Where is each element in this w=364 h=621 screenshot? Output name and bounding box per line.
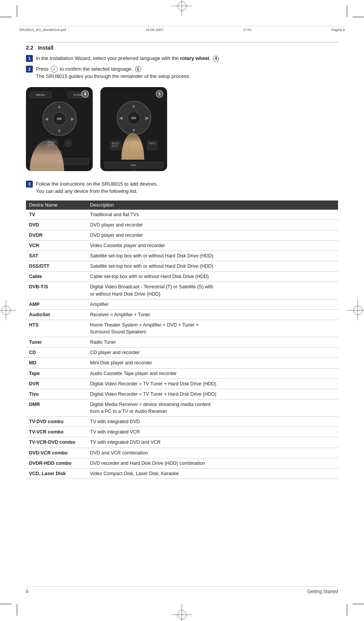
- table-row: TivoDigital Video Recorder = TV Tuner + …: [26, 389, 338, 399]
- device-description-cell: TV with integrated VCR: [87, 427, 338, 437]
- step-3: 3 Follow the instructions on the SRU8015…: [26, 180, 338, 195]
- table-row: DVD-VCR comboDVD and VCR combination: [26, 448, 338, 458]
- device-description-cell: Digital Video Recorder = TV Tuner + Hard…: [87, 378, 338, 389]
- info-button: INFO: [147, 141, 158, 150]
- crop-mark-br-v: [347, 604, 347, 616]
- header-pagina: Pagina 6: [331, 28, 345, 32]
- step-badge-3: 3: [26, 181, 33, 188]
- device-name-cell: DVD: [26, 220, 87, 230]
- device-description-cell: TV with integrated DVD and VCR: [87, 437, 338, 448]
- device-description-cell: Radio Tuner: [87, 337, 338, 348]
- device-name-cell: HTS: [26, 320, 87, 337]
- device-name-cell: DVDR-HDD combo: [26, 458, 87, 468]
- step-badge-2: 2: [26, 66, 33, 73]
- footer-page-number: 6: [26, 589, 29, 594]
- col-description: Description: [87, 201, 338, 210]
- table-row: DVDRDVD player and recorder: [26, 230, 338, 240]
- device-description-cell: DVD player and recorder: [87, 230, 338, 240]
- table-row: VCD, Laser DiskVideo Compact Disk, Laser…: [26, 468, 338, 479]
- step-2-text: Press ✓ to confirm the selected language…: [36, 65, 338, 80]
- minus-button: −: [131, 170, 136, 171]
- device-description-cell: Mini Disk player and recorder: [87, 358, 338, 368]
- device-description-cell: Amplifier: [87, 299, 338, 309]
- device-name-cell: DVDR: [26, 230, 87, 240]
- remote-image-2: OK ▲ ▼ ◀ ▶ BACKEXIT ✓ INFO: [100, 87, 167, 171]
- crop-mark-br-h: [353, 604, 364, 604]
- back-exit-button-2: BACKEXIT: [110, 141, 121, 150]
- device-name-cell: Cable: [26, 272, 87, 282]
- device-name-cell: MD: [26, 358, 87, 368]
- menu-button: MENU: [30, 92, 52, 98]
- col-device-name: Device Name: [26, 201, 87, 210]
- ref-5: 5: [135, 66, 141, 72]
- device-name-cell: CD: [26, 348, 87, 358]
- footer-section-label: Getting Started: [307, 589, 338, 594]
- table-row: DSS/DTTSatellite set-top box with or wit…: [26, 261, 338, 272]
- image-ref-4: 4: [81, 90, 89, 98]
- table-row: AudioSetReceiver = Amplifier + Tuner: [26, 309, 338, 320]
- table-header: Device Name Description: [26, 201, 338, 210]
- step-1: 1 In the Installation Wizard, select you…: [26, 55, 338, 62]
- device-description-cell: Satellite set-top box with or without Ha…: [87, 261, 338, 272]
- table-row: TV-VCR-DVD comboTV with integrated DVD a…: [26, 437, 338, 448]
- device-name-cell: TV: [26, 210, 87, 220]
- dpad-1: OK ▲ ▼ ◀ ▶: [42, 102, 77, 136]
- device-description-cell: Satellite set-top box with or without Ha…: [87, 251, 338, 261]
- device-name-cell: Tuner: [26, 337, 87, 348]
- crop-mark-tr-h: [353, 17, 364, 17]
- crop-mark-tl-h: [0, 17, 11, 17]
- table-row: DVDDVD player and recorder: [26, 220, 338, 230]
- check-button-icon: ✓: [51, 66, 58, 73]
- device-description-cell: Traditional and flat TVs: [87, 210, 338, 220]
- device-description-cell: CD player and recorder: [87, 348, 338, 358]
- device-name-cell: TV-DVD combo: [26, 417, 87, 427]
- device-description-cell: Receiver = Amplifier + Tuner: [87, 309, 338, 320]
- device-name-cell: Tape: [26, 368, 87, 378]
- crop-mark-tr-v: [347, 5, 347, 17]
- device-description-cell: DVD and VCR combination: [87, 448, 338, 458]
- dpad-2: OK ▲ ▼ ◀ ▶: [117, 101, 151, 135]
- page-footer: 6 Getting Started: [26, 586, 338, 594]
- table-row: TapeAudio Cassette Tape player and recor…: [26, 368, 338, 378]
- device-name-cell: DMR: [26, 399, 87, 416]
- header-date: 16-05-2007: [146, 28, 163, 32]
- images-row: MENU GUIDE OK ▲ ▼ ◀ ▶ BACKEXIT ✓: [26, 87, 338, 171]
- step-1-text: In the Installation Wizard, select your …: [36, 55, 338, 62]
- device-name-cell: VCD, Laser Disk: [26, 468, 87, 479]
- reg-mark-left: [2, 306, 11, 315]
- step-2: 2 Press ✓ to confirm the selected langua…: [26, 65, 338, 80]
- check-small-button: ✓: [64, 139, 72, 147]
- device-name-cell: AMP: [26, 299, 87, 309]
- device-description-cell: Digital Media Receiver = device streamin…: [87, 399, 338, 416]
- step-badge-1: 1: [26, 55, 33, 62]
- device-description-cell: DVD recorder and Hard Disk Drive (HDD) c…: [87, 458, 338, 468]
- device-description-cell: Video Cassette player and recorder: [87, 240, 338, 251]
- vol-button-2: VOL: [104, 162, 163, 168]
- section-number: 2.2: [26, 45, 33, 51]
- crop-mark-bl-h: [0, 604, 11, 604]
- device-name-cell: DVB-T/S: [26, 282, 87, 299]
- device-description-cell: Digital Video Broadcast - Terrestrial (T…: [87, 282, 338, 299]
- device-description-cell: DVD player and recorder: [87, 220, 338, 230]
- device-name-cell: SAT: [26, 251, 87, 261]
- table-row: TVTraditional and flat TVs: [26, 210, 338, 220]
- table-row: DVB-T/SDigital Video Broadcast - Terrest…: [26, 282, 338, 299]
- device-name-cell: DSS/DTT: [26, 261, 87, 272]
- table-row: CDCD player and recorder: [26, 348, 338, 358]
- table-row: DVRDigital Video Recorder = TV Tuner + H…: [26, 378, 338, 389]
- table-row: AMPAmplifier: [26, 299, 338, 309]
- device-name-cell: TV-VCR combo: [26, 427, 87, 437]
- table-row: TunerRadio Tuner: [26, 337, 338, 348]
- table-row: HTSHome Theater System = Amplifier + DVD…: [26, 320, 338, 337]
- ref-4: 4: [213, 56, 219, 62]
- table-row: TV-VCR comboTV with integrated VCR: [26, 427, 338, 437]
- device-table: Device Name Description TVTraditional an…: [26, 201, 338, 479]
- device-name-cell: TV-VCR-DVD combo: [26, 437, 87, 448]
- device-name-cell: AudioSet: [26, 309, 87, 320]
- crop-mark-bl-v: [17, 604, 17, 616]
- device-description-cell: Cable set-top box with or without Hard D…: [87, 272, 338, 282]
- table-row: MDMini Disk player and recorder: [26, 358, 338, 368]
- device-description-cell: Digital Video Recorder = TV Tuner + Hard…: [87, 389, 338, 399]
- table-row: SATSatellite set-top box with or without…: [26, 251, 338, 261]
- step-3-text: Follow the instructions on the SRU8015 t…: [36, 180, 338, 195]
